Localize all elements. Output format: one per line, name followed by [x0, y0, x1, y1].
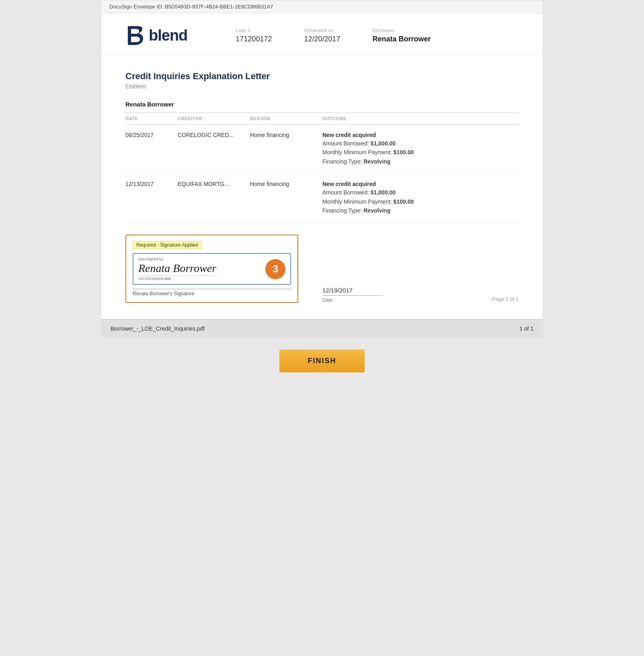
borrowers-field: Borrowers Renata Borrower [373, 28, 431, 43]
sig-hash: AFCF9295563F4BB... [138, 276, 216, 281]
row1-outcome: New credit acquired Amount Borrowed: $1,… [322, 132, 519, 166]
loan-label: Loan # [236, 28, 272, 33]
envelope-id-bar: DocuSign Envelope ID: B5D5493D-937F-4B24… [101, 0, 543, 13]
borrower-name-heading: Renata Borrower [125, 101, 519, 108]
step-badge: 3 [265, 259, 285, 279]
row1-financing-bold: Revolving [363, 158, 390, 165]
row1-financing: Financing Type: Revolving [322, 157, 519, 166]
row2-reason: Home financing [250, 181, 322, 187]
row2-financing-bold: Revolving [363, 207, 390, 214]
logo-text: blend [149, 27, 187, 44]
footer-filename: Borrower_-_LOE_Credit_Inquiries.pdf [111, 325, 205, 332]
generated-date: 12/20/2017 [304, 35, 340, 43]
row2-outcome: New credit acquired Amount Borrowed: $1,… [322, 181, 519, 215]
row2-monthly-bold: $100.00 [394, 198, 414, 205]
document-subtitle: Emblem [125, 83, 519, 90]
row2-amount: Amount Borrowed: $1,000.00 [322, 188, 519, 197]
finish-button[interactable]: FINISH [279, 349, 364, 372]
row2-date: 12/13/2017 [125, 181, 178, 187]
docusigned-label: DocuSigned by: [138, 257, 216, 261]
col-date: DATE [125, 116, 178, 121]
signature-box[interactable]: Required - Signature Applied DocuSigned … [125, 235, 298, 303]
table-header: DATE CREDITOR REASON OUTCOME [125, 112, 519, 125]
loan-number: 171200172 [236, 35, 272, 43]
row1-amount-bold: $1,000.00 [371, 140, 396, 147]
page-number: Page 1 of 1 [492, 296, 519, 303]
signature-inner-box: DocuSigned by: Renata Borrower AFCF92955… [133, 253, 291, 285]
signature-section: Required - Signature Applied DocuSigned … [125, 235, 519, 303]
document-body: Credit Inquiries Explanation Letter Embl… [101, 55, 543, 319]
loan-field: Loan # 171200172 [236, 28, 272, 43]
footer-bar: Borrower_-_LOE_Credit_Inquiries.pdf 1 of… [101, 319, 543, 337]
row1-creditor: CORELOGIC CRED... [178, 132, 250, 138]
col-outcome: OUTCOME [322, 116, 519, 121]
row1-monthly: Monthly Minimum Payment: $100.00 [322, 148, 519, 157]
table-row: 12/13/2017 EQUIFAX MORTG... Home financi… [125, 174, 519, 223]
row2-creditor: EQUIFAX MORTG... [178, 181, 250, 187]
col-reason: REASON [250, 116, 322, 121]
generated-field: Generated on 12/20/2017 [304, 28, 340, 43]
row2-amount-bold: $1,000.00 [371, 189, 396, 196]
date-value: 12/19/2017 [322, 287, 383, 296]
signature-script: Renata Borrower [138, 262, 216, 275]
header-info: Loan # 171200172 Generated on 12/20/2017… [236, 28, 431, 43]
finish-bar: FINISH [0, 337, 644, 388]
logo: blend [125, 25, 187, 47]
document-header: blend Loan # 171200172 Generated on 12/2… [101, 13, 543, 55]
sig-date-row: 12/19/2017 Date Page 1 of 1 [322, 287, 519, 303]
required-badge: Required - Signature Applied [133, 241, 201, 249]
borrowers-name: Renata Borrower [373, 35, 431, 43]
table-row: 08/25/2017 CORELOGIC CRED... Home financ… [125, 125, 519, 174]
document-title: Credit Inquiries Explanation Letter [125, 71, 519, 82]
row1-reason: Home financing [250, 132, 322, 138]
row1-monthly-bold: $100.00 [394, 149, 414, 155]
generated-label: Generated on [304, 28, 340, 33]
row2-monthly: Monthly Minimum Payment: $100.00 [322, 197, 519, 206]
sig-line-label: Renata Borrower's Signature [133, 289, 291, 296]
envelope-id-text: DocuSign Envelope ID: B5D5493D-937F-4B24… [109, 4, 273, 10]
col-creditor: CREDITOR [178, 116, 250, 121]
row1-date: 08/25/2017 [125, 132, 178, 138]
row2-financing: Financing Type: Revolving [322, 206, 519, 215]
sig-content: DocuSigned by: Renata Borrower AFCF92955… [138, 257, 216, 281]
blend-logo-icon [125, 25, 145, 47]
footer-pages: 1 of 1 [519, 325, 533, 332]
row1-outcome-title: New credit acquired [322, 132, 519, 138]
row1-amount: Amount Borrowed: $1,000.00 [322, 139, 519, 148]
row2-outcome-title: New credit acquired [322, 181, 519, 187]
date-label: Date [322, 297, 383, 303]
borrowers-label: Borrowers [373, 28, 431, 33]
date-section: 12/19/2017 Date [322, 287, 383, 303]
